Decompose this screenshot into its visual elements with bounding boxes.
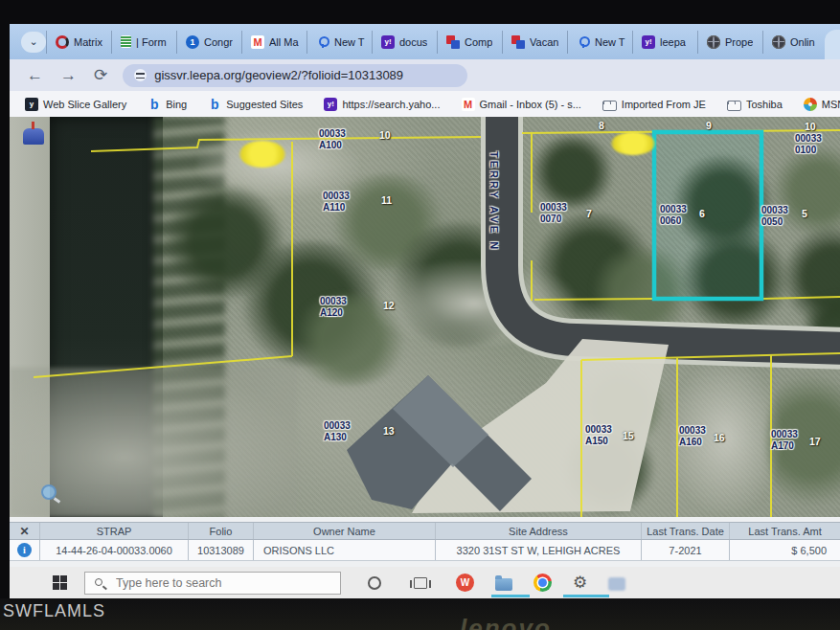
wps-office-icon[interactable]: W bbox=[456, 574, 474, 592]
tab-all-mail[interactable]: MAll Ma bbox=[241, 31, 306, 54]
bing-icon: b bbox=[208, 98, 221, 111]
tab-online[interactable]: Onlin bbox=[762, 31, 828, 54]
mailbox-icon bbox=[23, 128, 44, 145]
msn-icon bbox=[804, 98, 817, 111]
close-icon: ✕ bbox=[19, 525, 29, 538]
tab-new-tab-2[interactable]: New T bbox=[567, 31, 632, 54]
tab-search-chevron-button[interactable]: ⌄ bbox=[21, 32, 46, 53]
col-header-owner: Owner Name bbox=[254, 523, 436, 539]
tab-new-tab-1[interactable]: New T bbox=[306, 31, 372, 54]
parcel-line bbox=[762, 297, 840, 299]
tab-leepa[interactable]: y!leepa bbox=[632, 31, 697, 54]
lot-number: 8 bbox=[599, 120, 604, 131]
parcel-line bbox=[34, 356, 292, 377]
circle-one-icon: 1 bbox=[186, 35, 199, 49]
laptop-photo: ⌄ Matrix | Form 1Congr MAll Ma New T y!d… bbox=[0, 0, 840, 630]
lot-number: 10 bbox=[379, 129, 391, 141]
yellow-marker-oval bbox=[611, 132, 655, 155]
lot-number: 6 bbox=[699, 208, 705, 219]
lot-number: 13 bbox=[383, 425, 395, 437]
cell-last-trans-amt: $ 6,500 bbox=[730, 540, 840, 560]
map-magnifier-icon[interactable] bbox=[41, 484, 57, 500]
reload-button[interactable]: ⟳ bbox=[94, 67, 107, 83]
tab-vacant[interactable]: Vacan bbox=[502, 31, 567, 54]
folder-icon bbox=[602, 101, 617, 111]
col-header-last-trans-amt: Last Trans. Amt bbox=[730, 523, 840, 539]
lot-number: 12 bbox=[383, 300, 395, 311]
yellow-marker-oval bbox=[239, 141, 285, 168]
tab-congress[interactable]: 1Congr bbox=[176, 31, 241, 54]
gmail-icon: M bbox=[462, 98, 475, 111]
parcel-label-a170: 00033A170 bbox=[771, 429, 798, 451]
chrome-icon[interactable] bbox=[534, 574, 552, 592]
yahoo-icon: y! bbox=[381, 35, 395, 49]
table-row[interactable]: i 14-44-26-04-00033.0060 10313089 ORISON… bbox=[10, 540, 840, 561]
tab-property[interactable]: Prope bbox=[697, 31, 762, 54]
back-button[interactable]: ← bbox=[27, 67, 43, 83]
bookmark-gmail-inbox[interactable]: MGmail - Inbox (5) - s... bbox=[462, 98, 581, 111]
cell-owner: ORISONS LLC bbox=[254, 540, 436, 560]
close-results-button[interactable]: ✕ bbox=[10, 523, 40, 539]
search-input[interactable] bbox=[114, 575, 325, 591]
active-app-underline bbox=[491, 595, 530, 597]
bookmark-toshiba[interactable]: Toshiba bbox=[727, 98, 783, 111]
browser-tab-strip: ⌄ Matrix | Form 1Congr MAll Ma New T y!d… bbox=[10, 24, 840, 59]
bookmark-bing[interactable]: bBing bbox=[148, 98, 187, 111]
address-bar[interactable]: gissvr.leepa.org/geoview2/?folioid=10313… bbox=[123, 64, 467, 87]
lot-number: 9 bbox=[706, 120, 712, 131]
search-icon bbox=[95, 578, 102, 586]
active-tab-stub[interactable] bbox=[825, 30, 840, 59]
cell-strap: 14-44-26-04-00033.0060 bbox=[40, 540, 189, 560]
bookmarks-bar: yWeb Slice Gallery bBing bSuggested Site… bbox=[10, 91, 840, 117]
bookmark-msn[interactable]: MSN.com bbox=[804, 98, 840, 111]
col-header-last-trans-date: Last Trans. Date bbox=[642, 523, 730, 539]
lot-number: 15 bbox=[623, 430, 634, 441]
tab-docusign[interactable]: y!docus bbox=[372, 31, 437, 54]
parcel-label-0060: 000330060 bbox=[660, 204, 687, 226]
docs-icon bbox=[446, 35, 460, 49]
bookmark-suggested-sites[interactable]: bSuggested Sites bbox=[208, 98, 303, 111]
cell-folio: 10313089 bbox=[189, 540, 254, 560]
parcel-label-a150: 00033A150 bbox=[585, 424, 612, 446]
tab-comp[interactable]: Comp bbox=[437, 31, 502, 54]
settings-gear-icon[interactable]: ⚙ bbox=[573, 574, 587, 591]
lot-number: 5 bbox=[802, 208, 807, 219]
url-text: gissvr.leepa.org/geoview2/?folioid=10313… bbox=[154, 68, 403, 82]
map-pin-icon bbox=[316, 35, 329, 49]
screen-bezel-top bbox=[0, 0, 840, 24]
parcel-label-0100: 000330100 bbox=[795, 133, 822, 155]
site-settings-icon[interactable] bbox=[134, 69, 147, 81]
cortana-button[interactable] bbox=[368, 576, 381, 590]
lot-number: 17 bbox=[809, 436, 821, 447]
task-view-button[interactable] bbox=[414, 577, 427, 589]
matrix-icon bbox=[56, 35, 69, 49]
gis-aerial-map[interactable]: 00033A100 00033A110 00033A120 00033A130 … bbox=[10, 117, 840, 517]
pinned-app-icon[interactable] bbox=[608, 577, 625, 591]
bing-icon: b bbox=[148, 98, 161, 111]
forward-button[interactable]: → bbox=[60, 67, 77, 83]
tab-matrix[interactable]: Matrix bbox=[46, 31, 111, 54]
chevron-down-icon: ⌄ bbox=[29, 35, 37, 48]
tab-form[interactable]: | Form bbox=[111, 31, 176, 54]
bookmark-web-slice-gallery[interactable]: yWeb Slice Gallery bbox=[25, 98, 126, 111]
col-header-site-address: Site Address bbox=[436, 523, 642, 539]
lot-number: 7 bbox=[586, 208, 592, 219]
parcel-line bbox=[534, 299, 653, 300]
parcel-label-a160: 00033A160 bbox=[679, 425, 706, 447]
bookmark-imported-from-je[interactable]: Imported From JE bbox=[602, 98, 706, 111]
lot-number: 16 bbox=[714, 432, 725, 443]
start-button[interactable] bbox=[53, 575, 67, 590]
windows-taskbar: W ⚙ bbox=[10, 567, 840, 598]
web-slice-icon: y bbox=[25, 98, 38, 111]
parcel-label-a110: 00033A110 bbox=[323, 191, 350, 213]
screen-bezel-bottom: SWFLAMLS lenovo bbox=[0, 598, 840, 630]
file-explorer-icon[interactable] bbox=[495, 578, 512, 591]
gmail-icon: M bbox=[251, 35, 264, 49]
table-header-row: ✕ STRAP Folio Owner Name Site Address La… bbox=[10, 522, 840, 540]
info-icon[interactable]: i bbox=[17, 543, 32, 557]
globe-icon bbox=[772, 35, 785, 49]
taskbar-search[interactable] bbox=[84, 572, 341, 595]
lot-number: 10 bbox=[805, 121, 816, 132]
bookmark-yahoo-search[interactable]: y!https://search.yaho... bbox=[324, 98, 440, 111]
col-header-folio: Folio bbox=[189, 523, 254, 539]
